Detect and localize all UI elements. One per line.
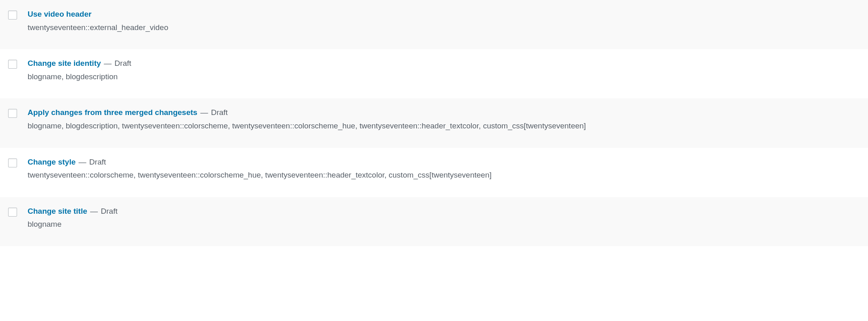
status-separator: — <box>76 158 89 166</box>
table-row: Change style — Draft twentyseventeen::co… <box>0 148 868 197</box>
changeset-description: twentyseventeen::external_header_video <box>28 22 860 33</box>
title-line: Apply changes from three merged changese… <box>28 107 860 118</box>
title-line: Change style — Draft <box>28 157 860 168</box>
row-content: Change site title — Draft blogname <box>28 206 860 230</box>
title-line: Change site identity — Draft <box>28 58 860 69</box>
row-content: Change style — Draft twentyseventeen::co… <box>28 157 860 181</box>
checkbox-cell <box>8 107 28 120</box>
status-label: Draft <box>211 108 228 117</box>
title-line: Use video header <box>28 9 860 20</box>
changeset-title-link[interactable]: Change style <box>28 158 76 166</box>
row-content: Change site identity — Draft blogname, b… <box>28 58 860 82</box>
status-separator: — <box>198 108 210 117</box>
checkbox-cell <box>8 58 28 71</box>
changeset-description: blogname <box>28 219 860 230</box>
status-separator: — <box>88 207 100 215</box>
status-label: Draft <box>101 207 117 215</box>
changeset-description: twentyseventeen::colorscheme, twentyseve… <box>28 170 860 181</box>
select-checkbox[interactable] <box>8 109 17 118</box>
select-checkbox[interactable] <box>8 158 17 167</box>
status-label: Draft <box>114 59 131 67</box>
row-content: Use video header twentyseventeen::extern… <box>28 9 860 33</box>
changeset-description: blogname, blogdescription, twentysevente… <box>28 121 860 132</box>
title-line: Change site title — Draft <box>28 206 860 217</box>
status-label: Draft <box>89 158 106 166</box>
select-checkbox[interactable] <box>8 208 17 217</box>
table-row: Use video header twentyseventeen::extern… <box>0 0 868 49</box>
checkbox-cell <box>8 206 28 219</box>
changeset-title-link[interactable]: Change site title <box>28 207 87 215</box>
changeset-title-link[interactable]: Apply changes from three merged changese… <box>28 108 197 117</box>
status-separator: — <box>102 59 114 67</box>
table-row: Change site identity — Draft blogname, b… <box>0 49 868 98</box>
select-checkbox[interactable] <box>8 60 17 69</box>
row-content: Apply changes from three merged changese… <box>28 107 860 131</box>
changeset-title-link[interactable]: Change site identity <box>28 59 101 67</box>
table-row: Apply changes from three merged changese… <box>0 98 868 147</box>
changeset-list: Use video header twentyseventeen::extern… <box>0 0 868 246</box>
checkbox-cell <box>8 9 28 22</box>
changeset-title-link[interactable]: Use video header <box>28 10 91 18</box>
select-checkbox[interactable] <box>8 11 17 20</box>
table-row: Change site title — Draft blogname <box>0 197 868 246</box>
checkbox-cell <box>8 157 28 169</box>
changeset-description: blogname, blogdescription <box>28 72 860 82</box>
